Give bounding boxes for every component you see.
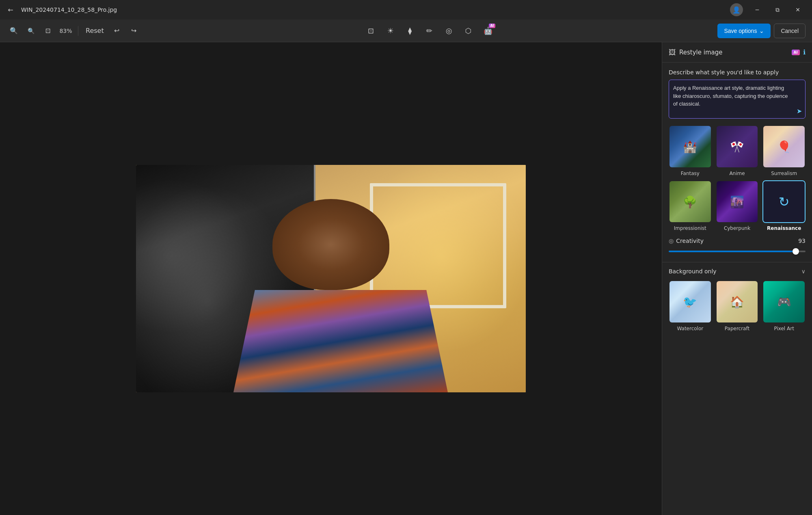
style-label-impressionist: Impressionist <box>674 225 706 231</box>
anime-bg <box>717 126 758 167</box>
title-bar: ← WIN_20240714_10_28_58_Pro.jpg 👤 ─ ⧉ ✕ <box>0 0 812 19</box>
style-item-impressionist[interactable]: Impressionist <box>669 180 712 232</box>
style-label-fantasy: Fantasy <box>681 171 700 176</box>
photo-canvas <box>136 165 526 392</box>
style-label-surrealism: Surrealism <box>771 171 797 176</box>
ai-tool[interactable]: 🤖 AI <box>480 23 496 39</box>
filter-tool[interactable]: ⧫ <box>402 23 418 39</box>
bg-style-watercolor[interactable]: Watercolor <box>669 280 712 331</box>
send-icon: ➤ <box>797 108 802 115</box>
right-panel: 🖼 Restyle image AI ℹ Describe what style… <box>662 42 812 515</box>
zoom-in-icon: 🔍 <box>10 27 18 35</box>
zoom-out-icon: 🔍 <box>28 28 35 34</box>
bg-label-papercraft: Papercraft <box>725 326 749 331</box>
bg-thumb-pixelart <box>762 280 806 323</box>
avatar[interactable]: 👤 <box>730 3 743 16</box>
cyberpunk-bg <box>717 181 758 223</box>
style-thumb-renaissance: ↻ <box>762 180 806 223</box>
erase-tool[interactable]: ◎ <box>441 23 457 39</box>
cancel-button[interactable]: Cancel <box>774 24 806 38</box>
bg-style-papercraft[interactable]: Papercraft <box>716 280 759 331</box>
bg-label-watercolor: Watercolor <box>677 326 703 331</box>
background-only-label: Background only <box>669 268 717 275</box>
toolbar-right: Save options ⌄ Cancel <box>717 24 806 38</box>
watercolor-bg <box>669 281 711 322</box>
brightness-tool[interactable]: ☀ <box>382 23 399 39</box>
bg-label-pixelart: Pixel Art <box>774 326 794 331</box>
crop-icon: ⊡ <box>368 26 374 35</box>
close-button[interactable]: ✕ <box>788 3 807 16</box>
creativity-label: Creativity <box>676 238 704 244</box>
fantasy-bg <box>669 126 711 167</box>
style-item-anime[interactable]: Anime <box>716 125 759 176</box>
style-item-renaissance[interactable]: ↻ Renaissance <box>762 180 806 232</box>
draw-tool[interactable]: ✏ <box>421 23 438 39</box>
reset-label: Reset <box>86 27 104 35</box>
creativity-header: ◎ Creativity 93 <box>669 238 806 244</box>
style-label-cyberpunk: Cyberpunk <box>724 225 750 231</box>
style-thumb-anime <box>716 125 759 168</box>
frame-icon: ⬡ <box>465 26 472 35</box>
zoom-percent: 83% <box>58 28 74 34</box>
ai-badge-header: AI <box>792 50 800 55</box>
window-title: WIN_20240714_10_28_58_Pro.jpg <box>21 6 725 13</box>
style-grid: Fantasy Anime Surrealism Impressionist <box>662 125 812 238</box>
reset-button[interactable]: Reset <box>82 24 107 38</box>
style-thumb-fantasy <box>669 125 712 168</box>
send-button[interactable]: ➤ <box>797 107 802 115</box>
bg-style-pixelart[interactable]: Pixel Art <box>762 280 806 331</box>
zoom-in-button[interactable]: 🔍 <box>6 24 21 38</box>
person-face <box>272 199 389 290</box>
brightness-icon: ☀ <box>387 26 394 35</box>
pixelart-bg <box>763 281 805 322</box>
redo-button[interactable]: ↪ <box>127 24 141 38</box>
creativity-section: ◎ Creativity 93 <box>662 238 812 262</box>
redo-icon: ↪ <box>131 27 136 35</box>
creativity-value: 93 <box>798 238 806 244</box>
back-button[interactable]: ← <box>5 4 16 15</box>
describe-section: Describe what style you'd like to apply … <box>662 63 812 125</box>
fit-button[interactable]: ⊡ <box>41 24 55 38</box>
ai-badge: AI <box>489 24 495 28</box>
info-icon[interactable]: ℹ <box>803 48 806 56</box>
fit-icon: ⊡ <box>45 27 50 35</box>
save-options-button[interactable]: Save options ⌄ <box>717 24 771 38</box>
style-thumb-impressionist <box>669 180 712 223</box>
describe-label: Describe what style you'd like to apply <box>669 69 806 76</box>
panel-header: 🖼 Restyle image AI ℹ <box>662 42 812 63</box>
style-item-cyberpunk[interactable]: Cyberpunk <box>716 180 759 232</box>
photo-background <box>136 165 526 392</box>
zoom-out-button[interactable]: 🔍 <box>24 24 38 38</box>
frame-tool[interactable]: ⬡ <box>460 23 477 39</box>
photo-container <box>136 165 526 392</box>
crop-tool[interactable]: ⊡ <box>363 23 379 39</box>
window-controls: ─ ⧉ ✕ <box>748 3 807 16</box>
renaissance-icon: ↻ <box>763 181 805 223</box>
cancel-label: Cancel <box>781 28 799 34</box>
photo-frame <box>370 183 506 308</box>
draw-icon: ✏ <box>426 26 432 35</box>
toolbar-center: ⊡ ☀ ⧫ ✏ ◎ ⬡ 🤖 AI <box>145 23 715 39</box>
style-label-anime: Anime <box>729 171 745 176</box>
background-only-header[interactable]: Background only ∨ <box>662 262 812 280</box>
toolbar: 🔍 🔍 ⊡ 83% Reset ↩ ↪ ⊡ ☀ ⧫ ✏ <box>0 19 812 42</box>
minimize-button[interactable]: ─ <box>748 3 767 16</box>
style-label-renaissance: Renaissance <box>767 225 801 231</box>
restore-button[interactable]: ⧉ <box>768 3 787 16</box>
surrealism-bg <box>763 126 805 167</box>
bg-thumb-papercraft <box>716 280 759 323</box>
style-item-fantasy[interactable]: Fantasy <box>669 125 712 176</box>
filter-icon: ⧫ <box>408 26 412 35</box>
chevron-down-icon: ⌄ <box>759 28 764 34</box>
style-thumb-cyberpunk <box>716 180 759 223</box>
creativity-slider-container <box>669 247 806 255</box>
undo-button[interactable]: ↩ <box>110 24 124 38</box>
toolbar-left: 🔍 🔍 ⊡ 83% Reset ↩ ↪ <box>6 24 141 38</box>
style-item-surrealism[interactable]: Surrealism <box>762 125 806 176</box>
creativity-icon: ◎ <box>669 238 674 244</box>
describe-input[interactable] <box>669 80 805 117</box>
style-thumb-surrealism <box>762 125 806 168</box>
impressionist-bg <box>669 181 711 223</box>
papercraft-bg <box>717 281 758 322</box>
bg-style-grid: Watercolor Papercraft Pixel Art <box>662 280 812 338</box>
